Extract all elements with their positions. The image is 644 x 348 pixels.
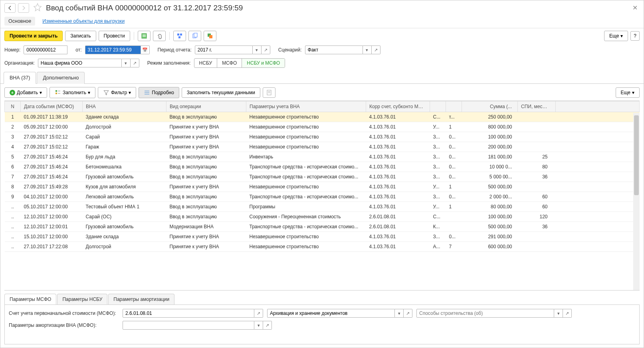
cell-sum: 100 000,00 xyxy=(462,132,518,142)
cell-sub2: 0... xyxy=(446,152,462,162)
number-field[interactable] xyxy=(24,45,67,54)
col-spi[interactable]: СПИ, мес.... xyxy=(518,101,556,112)
open-icon[interactable]: ↗ xyxy=(563,309,572,318)
open-icon[interactable]: ↗ xyxy=(404,309,412,318)
mode-msfo-toggle[interactable]: МСФО xyxy=(217,59,242,67)
open-icon[interactable]: ↗ xyxy=(263,321,272,330)
structure-icon[interactable] xyxy=(173,31,186,41)
more-menu-button[interactable]: Еще ▾ xyxy=(604,31,628,41)
cell-par: Транспортные средства - историческая сто… xyxy=(246,192,366,202)
post-and-close-button[interactable]: Провести и закрыть xyxy=(4,31,63,41)
cell-op: Ввод в эксплуатацию xyxy=(166,162,246,172)
document-icon[interactable] xyxy=(263,87,275,98)
cell-sub1: З... xyxy=(430,172,446,182)
col-date[interactable]: Дата события (МСФО) xyxy=(21,101,83,112)
open-icon[interactable]: ↗ xyxy=(262,45,270,54)
table-row[interactable]: ..05.10.2017 12:00:00Тестовый объект НМА… xyxy=(5,202,640,212)
subnav-changed-objects[interactable]: Измененные объекты для выгрузки xyxy=(38,17,129,26)
write-button[interactable]: Записать xyxy=(65,31,96,41)
scrollbar[interactable] xyxy=(633,113,640,290)
col-vna[interactable]: ВНА xyxy=(83,101,166,112)
table-row[interactable]: 627.09.2017 15:46:24БетономешалкаВвод в … xyxy=(5,162,640,172)
cell-spacer xyxy=(556,132,640,142)
table-row[interactable]: ..12.10.2017 12:00:00Сарай (ОС)Ввод в эк… xyxy=(5,212,640,222)
cell-spacer xyxy=(556,162,640,172)
col-sub1[interactable] xyxy=(430,101,446,112)
table-row[interactable]: ..15.10.2017 12:00:00Здание складаПринят… xyxy=(5,232,640,242)
cell-sum: 600 000,00 xyxy=(462,242,518,252)
help-button[interactable]: ? xyxy=(630,31,640,41)
cell-vna: Грузовой автомобиль xyxy=(83,222,166,232)
mode-nsbu-toggle[interactable]: НСБУ xyxy=(194,59,218,67)
date-field[interactable] xyxy=(85,45,141,54)
dropdown-icon[interactable]: ▾ xyxy=(254,321,263,330)
col-n[interactable]: N xyxy=(5,101,21,112)
open-icon[interactable]: ↗ xyxy=(254,309,263,318)
org-field[interactable] xyxy=(38,59,122,67)
fill-current-button[interactable]: Заполнить текущими данными xyxy=(182,87,260,98)
table-row[interactable]: 527.09.2017 15:46:24Бур для льдаВвод в э… xyxy=(5,152,640,162)
favorite-star-icon[interactable] xyxy=(32,3,44,13)
col-sub2[interactable] xyxy=(446,101,462,112)
col-par[interactable]: Параметры учета ВНА xyxy=(246,101,366,112)
add-button[interactable]: + Добавить ▾ xyxy=(4,87,47,98)
table-row[interactable]: 427.09.2017 15:02:12ГаражПринятие к учет… xyxy=(5,142,640,152)
table-row[interactable]: 827.09.2017 15:49:28Кузов для автомобиля… xyxy=(5,182,640,192)
amort-params-field[interactable] xyxy=(123,321,254,330)
table-more-button[interactable]: Еще ▾ xyxy=(616,87,640,98)
cell-n: 4 xyxy=(5,142,21,152)
close-button[interactable]: ✕ xyxy=(630,3,640,13)
register-movements-icon[interactable] xyxy=(138,31,151,41)
details-button[interactable]: Подробно xyxy=(139,87,179,98)
table-row[interactable]: 904.10.2017 12:00:00Легковой автомобильВ… xyxy=(5,192,640,202)
period-field[interactable] xyxy=(195,45,253,54)
bottom-tab-msfo[interactable]: Параметры МСФО xyxy=(4,294,56,304)
col-acc[interactable]: Корр счет, субконто МСФО xyxy=(366,101,430,112)
cell-par: Незавершенное строительство xyxy=(246,232,366,242)
bottom-tab-nsbu[interactable]: Параметры НСБУ xyxy=(57,294,107,304)
table-row[interactable]: 727.09.2017 15:46:24Грузовой автомобильВ… xyxy=(5,172,640,182)
events-table: N Дата события (МСФО) ВНА Вид операции П… xyxy=(4,101,640,291)
construction-method-field[interactable] xyxy=(416,309,554,318)
attachments-icon[interactable] xyxy=(153,31,166,41)
tab-vna[interactable]: ВНА (37) xyxy=(4,72,36,84)
col-sum[interactable]: Сумма (... xyxy=(462,101,518,112)
calendar-icon[interactable]: 📅 xyxy=(141,45,150,54)
fill-button[interactable]: Заполнить ▾ xyxy=(50,87,95,98)
table-row[interactable]: 101.09.2017 11:38:19Здание складаВвод в … xyxy=(5,112,640,122)
table-row[interactable]: 205.09.2017 12:00:00ДолгостройПринятие к… xyxy=(5,122,640,132)
archiving-field[interactable] xyxy=(267,309,395,318)
dropdown-icon[interactable]: ▾ xyxy=(554,309,563,318)
cell-op: Ввод в эксплуатацию xyxy=(166,202,246,212)
dropdown-icon[interactable]: ▾ xyxy=(395,309,404,318)
svg-rect-11 xyxy=(55,93,57,94)
nav-back-button[interactable] xyxy=(4,3,16,13)
scrollbar-thumb[interactable] xyxy=(634,115,639,195)
post-button[interactable]: Провести xyxy=(99,31,130,41)
copy-icon[interactable] xyxy=(188,31,201,41)
tab-extra[interactable]: Дополнительно xyxy=(37,72,85,84)
table-row[interactable]: ..12.10.2017 12:00:01Грузовой автомобиль… xyxy=(5,222,640,232)
mode-both-toggle[interactable]: НСБУ и МСФО xyxy=(242,59,285,67)
dropdown-icon[interactable]: ▾ xyxy=(363,45,372,54)
cell-date: 04.10.2017 12:00:00 xyxy=(21,192,83,202)
nav-forward-button[interactable] xyxy=(18,3,29,13)
refresh-icon[interactable] xyxy=(204,31,216,41)
initial-cost-account-field[interactable] xyxy=(123,309,254,318)
dropdown-icon[interactable]: ▾ xyxy=(253,45,262,54)
dropdown-icon[interactable]: ▾ xyxy=(122,59,131,67)
cell-n: 2 xyxy=(5,122,21,132)
subnav-main[interactable]: Основное xyxy=(4,17,35,26)
open-icon[interactable]: ↗ xyxy=(372,45,380,54)
cell-vna: Бур для льда xyxy=(83,152,166,162)
table-row[interactable]: ..27.10.2017 17:22:08ДолгостройПринятие … xyxy=(5,242,640,252)
cell-op: Принятие к учету ВНА xyxy=(166,242,246,252)
bottom-tab-amort[interactable]: Параметры амортизации xyxy=(108,294,174,304)
svg-rect-7 xyxy=(194,33,197,37)
filter-button[interactable]: Фильтр ▾ xyxy=(98,87,136,98)
scenario-field[interactable] xyxy=(305,45,363,54)
table-row[interactable]: 327.09.2017 15:02:12СарайПринятие к учет… xyxy=(5,132,640,142)
col-op[interactable]: Вид операции xyxy=(166,101,246,112)
open-icon[interactable]: ↗ xyxy=(131,59,139,67)
cell-spacer xyxy=(556,202,640,212)
